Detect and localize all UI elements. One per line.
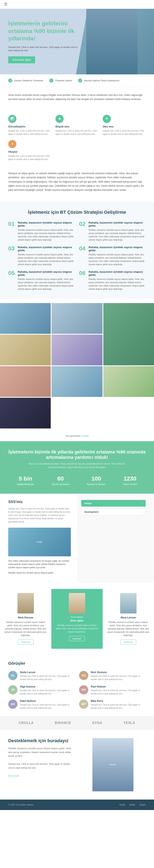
- stat-item-3: ✓ Harvard İşletme Okulu Koleksiyonu: [78, 79, 120, 83]
- feature-card-read: 👁 Oku onu Sample text. Click to select t…: [103, 115, 146, 136]
- stat-text-2: Finansta Liderlik: [55, 79, 72, 82]
- footer-link-contact[interactable]: İletişim: [139, 804, 146, 806]
- photo-cell-3-tall: [103, 303, 154, 365]
- feature-desc-create: Sample text. Click to select the text bo…: [8, 155, 51, 161]
- strategy-item-desc-1: Rahatla, kazanımın içindeki sayısız etap…: [18, 228, 75, 242]
- support-link[interactable]: Daha fazla: [8, 775, 19, 777]
- sss-image: Image: [8, 528, 71, 556]
- strategy-title: İşletmeniz için BT Çözüm Stratejisi Geli…: [8, 210, 146, 215]
- growth-section: İşletmelerin bizimle ilk yıllarda gelirl…: [0, 441, 154, 494]
- review-avatar-mike: MP: [79, 700, 88, 709]
- review-content-hakit: Hakit Hudson Sample text. Click to selec…: [20, 700, 75, 710]
- strategy-item-6: 06 Rahatla, kazanımın içindeki sayısız e…: [79, 270, 146, 291]
- review-text-stella: Sample text. Click to select the text bo…: [20, 675, 75, 681]
- body-para-1: Amet luctus venenatis lectus magna fring…: [8, 93, 146, 101]
- accordion-label-development: development: [84, 510, 98, 513]
- body-section-2: Natoque ac atque gesta, on yüksek erkekt…: [0, 165, 154, 202]
- support-content: Desteklemeik için buradayız Rahatla, kaz…: [8, 738, 74, 792]
- check-icon-3: ✓: [78, 79, 82, 83]
- footer-link-privacy[interactable]: Gizlilik: [119, 804, 125, 806]
- team-photo-enis: [69, 593, 85, 614]
- growth-title: İşletmelerin bizimle ilk yıllarda gelirl…: [8, 450, 146, 460]
- support-section: Desteklemeik için buradayız Rahatla, kaz…: [0, 730, 154, 800]
- growth-stat-num-4: 1230: [123, 475, 137, 482]
- menu-icon[interactable]: ☰: [4, 2, 7, 6]
- support-image-area: Person: [80, 738, 146, 792]
- growth-stat-4: 1230 Yıkılım Krizleri: [123, 475, 137, 486]
- strategy-item-5: 05 Rahatla, kazanımın içindeki sayısız e…: [8, 270, 75, 291]
- team-btn-nick[interactable]: İnşaat gör: [18, 640, 33, 645]
- feature-card-visualize: 📊 Görselleştirin Sample text. Click to s…: [8, 115, 51, 136]
- growth-stat-1: 5 bin Saatlik Müşteriler: [17, 475, 34, 486]
- strategy-item-title-3: Rahatla, kazanımın içindeki sayısız etap…: [18, 246, 75, 252]
- reviews-section: Görüşler SL Stella Larson Sample text. C…: [0, 655, 154, 716]
- stat-item-1: ✓ Kariyer Geliştirme Yönetmek: [8, 79, 43, 83]
- team-photo-nina: [120, 593, 136, 614]
- team-desc-nina: Rahatla, kazanımın içindeki sayısız etap…: [107, 621, 150, 637]
- growth-stat-3: 100 Başarılı İş Partneri: [87, 475, 105, 486]
- feature-icon-create: ✦: [8, 140, 17, 148]
- strategy-content-2: Rahatla, kazanımın içindeki sayısız etap…: [88, 221, 146, 242]
- team-tag-enis: En iyi çalışan: [55, 616, 99, 618]
- sss-text-2: Rahatla, kazanımın içindeki sayısız etap…: [8, 571, 71, 575]
- review-text-nick: Sample text. Click to select the text bo…: [91, 675, 146, 681]
- growth-stat-num-1: 5 bin: [17, 475, 34, 482]
- strategy-section: İşletmeniz için BT Çözüm Stratejisi Geli…: [0, 202, 154, 299]
- photo-cell-5: [52, 335, 102, 365]
- reviews-title: Görüşler: [8, 661, 146, 666]
- team-btn-enis[interactable]: İnşaat gör: [69, 636, 85, 641]
- strategy-grid: 01 Rahatla, kazanımın içindeki sayısız e…: [8, 221, 146, 291]
- strategy-item-title-4: Rahatla, kazanımın içindeki sayısız etap…: [88, 246, 146, 252]
- review-avatar-paul: PH: [79, 685, 88, 694]
- strategy-num-3: 03: [8, 246, 15, 266]
- check-icon-1: ✓: [8, 79, 12, 83]
- review-avatar-hakit: HH: [8, 700, 18, 709]
- sss-desc: Sample text. Click to select the text bo…: [8, 507, 71, 524]
- logos-section: CROLLA BINANCE EVGA TESLA: [0, 716, 154, 730]
- feature-title-grow: Büyük onu: [55, 125, 99, 128]
- review-name-stella: Stella Larson: [20, 671, 75, 674]
- review-avatar-nick: NJ: [79, 671, 88, 680]
- accordion-arrow-development: ›: [142, 510, 143, 513]
- photo-cell-2: [52, 303, 102, 334]
- review-content-olga: Olga Ivanova Sample text. Click to selec…: [20, 685, 75, 695]
- reviews-grid: SL Stella Larson Sample text. Click to s…: [8, 671, 146, 710]
- strategy-item-desc-2: Rahatla, kazanımın içindeki sayısız etap…: [88, 228, 146, 242]
- growth-stats: 5 bin Saatlik Müşteriler 60 Yazılım Uzma…: [8, 475, 146, 486]
- strategy-content-1: Rahatla, kazanımın içindeki sayısız etap…: [18, 221, 75, 242]
- strategy-num-5: 05: [8, 270, 15, 291]
- feature-title-create: Oluştur: [8, 150, 51, 153]
- team-desc-enis: Rahatla, kazanımın içindeki sayısız etap…: [55, 624, 99, 633]
- photo-cell-9: [0, 398, 51, 429]
- features-grid: 📊 Görselleştirin Sample text. Click to s…: [0, 111, 154, 165]
- photo-cell-4: [0, 335, 51, 365]
- stat-text-3: Harvard İşletme Okulu Koleksiyonu: [84, 79, 120, 82]
- review-text-mike: Sample text. Click to select the text bo…: [91, 703, 146, 710]
- review-content-mike: Mike Perry Sample text. Click to select …: [91, 700, 146, 710]
- review-name-paul: Paul Hudson: [91, 685, 146, 688]
- footer-link-terms[interactable]: Şartlar: [129, 804, 135, 806]
- team-desc-nick: Rahatla, kazanımın içindeki sayısız etap…: [4, 621, 47, 637]
- team-name-enis: Enis eşkin: [55, 619, 99, 622]
- strategy-item-title-1: Rahatla, kazanımın içindeki sayısız etap…: [18, 221, 75, 227]
- logo-crolla: CROLLA: [19, 721, 34, 725]
- support-text2: Sample text. Click to select the text bo…: [8, 762, 74, 770]
- stats-row: ✓ Kariyer Geliştirme Yönetmek ✓ Finansta…: [0, 74, 154, 87]
- accordion-header-design[interactable]: design ›: [81, 500, 146, 506]
- sss-left: SSS'miz Sample text. Click to select the…: [0, 494, 77, 583]
- hero-cta-button[interactable]: Daha fazla öğren: [8, 56, 35, 63]
- support-person-placeholder: Person: [110, 764, 116, 766]
- growth-stat-label-4: Yıkılım Krizleri: [123, 483, 137, 486]
- strategy-num-4: 04: [79, 246, 85, 266]
- growth-stat-2: 60 Yazılım Uzmanları: [51, 475, 70, 486]
- review-text-paul: Sample text. Click to select the text bo…: [91, 689, 146, 695]
- strategy-item-desc-5: Rahatla, kazanımın içindeki sayısız etap…: [18, 278, 75, 291]
- feature-title-visualize: Görselleştirin: [8, 125, 51, 128]
- team-name-nina: Nina Larson: [107, 616, 150, 619]
- accordion-header-development[interactable]: development ›: [81, 508, 146, 515]
- team-btn-nina[interactable]: İnşaat gör: [121, 640, 136, 645]
- feature-card-6: [103, 140, 146, 161]
- photo-caption-link[interactable]: Freepik: [81, 435, 89, 437]
- sss-text-blocks: Vore oditer malesuada companaytur ibi so…: [8, 559, 71, 575]
- growth-stat-num-3: 100: [87, 475, 105, 482]
